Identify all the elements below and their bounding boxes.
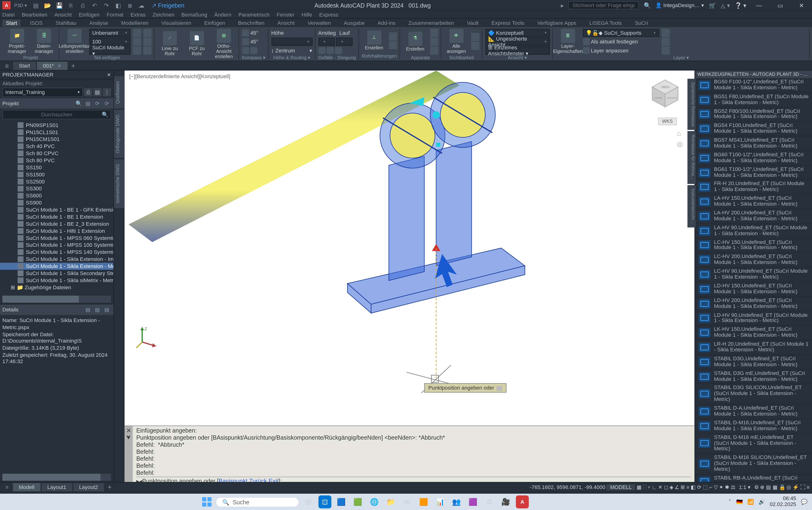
ann-vis-toggle[interactable]: ✱ [725,484,730,490]
tray-chevron-icon[interactable]: ˄ [728,499,731,505]
taskbar-app-icon[interactable]: ⚙ [483,495,496,508]
panel-close-icon[interactable]: ✕ [107,72,111,77]
ribbon-tab-start[interactable]: Start [2,19,21,26]
tree-tool-icon[interactable]: 🔍 [75,100,83,108]
palette-item[interactable]: STABIL D3G mE,Undefined_ET (SuCri Module… [695,370,812,384]
close-button[interactable]: ✕ [793,0,810,10]
slope-tool-icon[interactable] [335,47,342,54]
workspace-dropdown[interactable]: P3D ▾ [14,3,27,8]
doctab-001[interactable]: 001*✕ [37,61,67,69]
tree-item[interactable]: SuCri Module 1 - Sikla Extension - Metri… [0,263,113,270]
osnap-toggle[interactable]: ◻ [664,484,668,490]
qat-cloud-icon[interactable]: ☁ [137,1,146,9]
menu-fenster[interactable]: Fenster [277,11,295,18]
menu-extras[interactable]: Extras [130,11,146,18]
ribbon-tab-verwalten[interactable]: Verwalten [304,19,334,26]
tree-item[interactable]: SS300 [0,185,113,192]
taskbar-store-icon[interactable]: 🛍 [401,495,414,508]
taskbar-app-icon[interactable]: 🎥 [499,495,513,508]
palette-item[interactable]: BG52 F80/100,Undefined_ET (SuCri Module … [695,107,812,122]
tree-item[interactable]: SuCri Module 1 - Sikla Extension - Imper [0,256,113,263]
tree-item[interactable]: SS150 [0,164,113,171]
create-support-button[interactable]: ⊥Erstellen [361,31,386,51]
palette-item[interactable]: STABIL D-A,Undefined_ET (SuCri Module 1 … [695,404,812,419]
side-tab[interactable]: Quelldaten [114,77,125,109]
qat-save-icon[interactable]: 💾 [55,1,63,9]
lock-ui[interactable]: 🔒 [779,484,785,490]
palette-item[interactable]: LR-H 20,Undefined_ET (SuCri Module 1 - S… [695,340,812,355]
cart-icon[interactable]: 🛒 [709,2,716,8]
cycle-toggle[interactable]: ⟳ [697,484,702,490]
tree-item[interactable]: PN09SP1S01 [0,121,113,129]
menu-ansicht[interactable]: Ansicht [54,11,71,18]
data-manager-button[interactable]: 🗄Daten- manager [32,29,56,55]
details-tool-icon[interactable]: ▤ [93,306,102,314]
qat-new-icon[interactable]: ▤ [32,1,40,9]
side-tab[interactable]: Orthogonale DWG [114,110,125,158]
tree-item[interactable]: Sch 80 PVC [0,157,113,164]
workspace-switch[interactable]: ⚙ [754,484,759,490]
layer-tool-icon[interactable] [661,29,670,37]
user-menu[interactable]: 👤 IntegaDesign… ▾ [655,2,704,8]
dyninput-toggle[interactable]: ⊞ [680,484,685,490]
taskbar-acad-icon[interactable]: A [516,495,529,508]
project-tool-icon[interactable]: ⎙ [84,88,92,96]
qat-redo-icon[interactable]: ↷ [102,1,111,9]
palette-item[interactable]: LC-HV 90,Undefined_ET (SuCri Module 1 - … [695,267,812,282]
tree-item[interactable]: Sch 40 PVC [0,143,113,150]
dyn-input-dropdown-icon[interactable] [497,386,502,391]
ribbon-tab-zusammenarbeiten[interactable]: Zusammenarbeiten [405,19,458,26]
ribbon-tab-sucri[interactable]: SuCri [631,19,651,26]
slope-tool-icon[interactable] [326,47,334,54]
center-toggle[interactable]: ↕ Zentrum▾ [271,47,312,55]
taskbar-app-icon[interactable]: ⊡ [318,495,331,508]
palette-item[interactable]: STABIL D-M16,Undefined_ET (SuCri Module … [695,419,812,433]
units-toggle[interactable]: ▤ [766,484,771,490]
palette-item[interactable]: BG51 F80,Undefined_ET (SuCri Module 1 - … [695,93,812,107]
help-icon[interactable]: ❔ ▾ [734,2,746,8]
qat-saveas-icon[interactable]: ⎘ [67,1,75,9]
cmd-prompt[interactable]: ▸◂Punktposition angeben oder [Basispunkt… [136,477,691,482]
menu-hilfe[interactable]: Hilfe [302,11,312,18]
project-manager-button[interactable]: 📁Projekt- manager [5,29,30,55]
palette-list[interactable]: BG50 F100-1/2",Undefined_ET (SuCri Modul… [695,78,812,482]
palette-item[interactable]: LA-HV 150,Undefined_ET (SuCri Module 1 -… [695,195,812,209]
side-tab[interactable]: Isometrische DWG [114,159,125,208]
equip-tool-icon[interactable] [430,47,438,55]
project-tool-icon[interactable]: ⋮ [103,88,111,96]
project-dropdown[interactable]: Internal_Training▾ [2,88,83,97]
pcf-to-pipe-button[interactable]: 📄PCF zu Rohr [184,31,209,57]
ribbon-tab-ausgabe[interactable]: Ausgabe [340,19,368,26]
tree-item[interactable]: PN15CL1S01 [0,129,113,136]
tree-hscrollbar[interactable] [2,296,111,303]
system-tray[interactable]: ˄ 🇩🇪 📶 🔊 06:4502.02.2025 💬 [728,496,807,508]
wcs-label[interactable]: WKS [658,118,677,125]
layer-dropdown[interactable]: 💡🔓◆ SuCri_Supports▾ [583,29,659,37]
tray-notifications-icon[interactable]: 💬 [801,499,807,505]
vis-tool-icon[interactable] [471,42,479,50]
layout-tab-model[interactable]: Modell [13,483,40,491]
tree-item[interactable]: SuCri Module 1 - BE 1 - GFK Extension [0,206,113,214]
maximize-button[interactable]: ▭ [772,0,789,10]
tree-item[interactable]: SuCri Module 1 - Sikla Secondary Steel [0,270,113,277]
ribbon-tab-vault[interactable]: Vault [463,19,482,26]
ortho-toggle[interactable]: ∟ [652,484,657,490]
palette-item[interactable]: FR-H 20,Undefined_ET (SuCri Module 1 - S… [695,180,812,195]
space-toggle[interactable]: MODELL [607,484,635,490]
menu-bearbeiten[interactable]: Bearbeiten [22,11,47,18]
doctab-start[interactable]: Start [13,61,36,69]
3d-toggle[interactable]: ⬚ [703,484,708,490]
details-tool-icon[interactable]: ▤ [84,306,92,314]
tree-item[interactable]: Sch 80 CPVC [0,150,113,157]
ribbon-tab-stahlbau[interactable]: Stahlbau [52,19,80,26]
taskbar-app-icon[interactable]: 🟦 [335,495,348,508]
elevation-value[interactable]: ▾ [271,37,312,46]
filter-toggle[interactable]: ▽ [714,484,718,490]
equip-tool-icon[interactable] [430,29,438,37]
ribbon-tab-ansicht[interactable]: Ansicht [274,19,298,26]
qat-misc-icon[interactable]: ◧ [114,1,122,9]
support-tool-icon[interactable] [389,32,397,40]
ann-monitor[interactable]: ⊕ [760,484,765,490]
qprops-toggle[interactable]: ▦ [773,484,778,490]
slope-run[interactable]: ▾ [336,37,352,46]
